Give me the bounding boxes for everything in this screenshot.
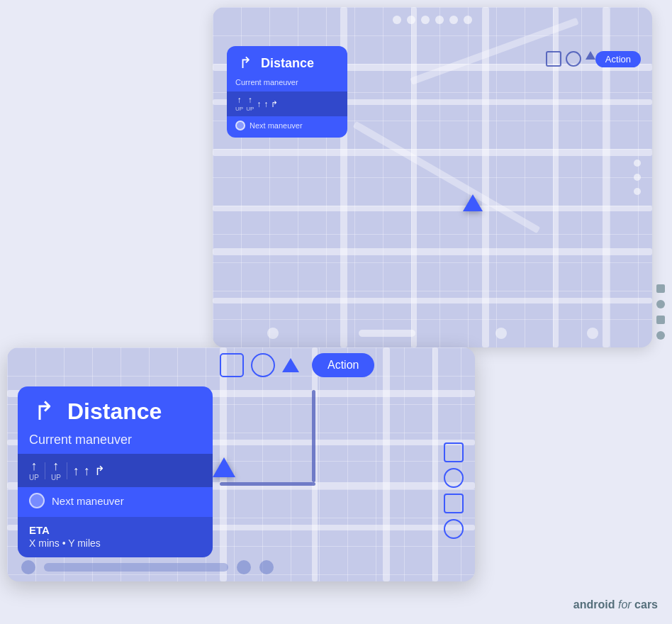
nav-distance: Distance <box>261 56 314 71</box>
next-maneuver-text: Next maneuver <box>52 495 124 507</box>
top-dot <box>449 16 458 24</box>
icon-button-row <box>220 353 299 377</box>
nav-maneuver: Current maneuver <box>227 77 347 91</box>
road <box>213 248 652 255</box>
square-icon-button[interactable] <box>220 353 244 377</box>
right-dot <box>634 174 641 181</box>
lane-group: ↑ <box>264 100 268 108</box>
lane-group: ↑ UP <box>246 96 254 112</box>
nav-lanes: ↑ UP ↑ UP ↑ ↑ ↱ <box>18 454 213 487</box>
top-dot <box>421 16 430 24</box>
triangle-icon-button[interactable] <box>586 51 595 60</box>
bottom-dot <box>237 560 251 574</box>
circle-icon-button[interactable] <box>566 51 581 67</box>
bottom-dot <box>587 328 598 339</box>
nav-arrow <box>463 194 483 211</box>
next-dot <box>29 493 45 508</box>
bottom-dot <box>259 560 274 574</box>
far-right-square <box>656 316 665 324</box>
nav-eta: ETA X mins • Y miles <box>18 517 213 557</box>
icon-button-row <box>546 51 595 67</box>
far-right-dot <box>656 331 665 340</box>
top-dot <box>407 16 415 24</box>
lane-group: ↑ <box>257 100 261 108</box>
bottom-dot <box>495 328 507 339</box>
circle-icon-button[interactable] <box>251 353 275 377</box>
nav-maneuver: Current maneuver <box>18 432 213 454</box>
lane-group: ↱ <box>271 100 278 108</box>
nav-marker <box>213 457 235 477</box>
far-right-square <box>656 284 665 293</box>
far-right-dot <box>656 300 665 308</box>
top-dot <box>464 16 472 24</box>
nav-next: Next maneuver <box>227 116 347 138</box>
lane-group: ↑ <box>73 464 79 477</box>
road <box>213 206 652 211</box>
turn-icon: ↱ <box>29 396 59 426</box>
right-decoration <box>634 160 641 195</box>
lane-divider <box>45 462 45 479</box>
right-icon-buttons <box>444 442 464 539</box>
bottom-dot <box>21 560 35 574</box>
brand-cars: cars <box>634 598 658 611</box>
next-maneuver-text: Next maneuver <box>250 121 303 130</box>
next-dot <box>235 121 245 130</box>
top-dot <box>393 16 401 24</box>
right-circle-button-2[interactable] <box>444 519 464 539</box>
bottom-pill <box>359 330 415 337</box>
top-dot <box>435 16 444 24</box>
right-circle-button[interactable] <box>444 468 464 488</box>
action-button[interactable]: Action <box>595 51 641 67</box>
lane-group: ↑ UP <box>235 96 243 112</box>
nav-panel: ↱ Distance Current maneuver ↑ UP ↑ UP ↑ … <box>18 386 213 557</box>
eta-value: X mins • Y miles <box>29 537 201 549</box>
lane-group: ↑ UP <box>51 459 61 481</box>
triangle-icon-button[interactable] <box>282 358 299 372</box>
bottom-pill <box>44 563 228 572</box>
lane-group: ↑ <box>84 464 90 477</box>
right-square-button-2[interactable] <box>444 494 464 513</box>
action-button[interactable]: Action <box>312 353 374 377</box>
top-decoration <box>393 16 472 24</box>
square-icon-button[interactable] <box>546 51 561 67</box>
nav-lanes: ↑ UP ↑ UP ↑ ↑ ↱ <box>227 91 347 116</box>
small-card: Action ↱ Distance Current maneuver ↑ UP … <box>7 347 475 581</box>
lane-group: ↱ <box>94 464 105 477</box>
nav-distance: Distance <box>67 399 162 425</box>
nav-card-small: ↱ Distance Current maneuver ↑ UP ↑ UP ↑ … <box>227 46 347 138</box>
nav-card-header: ↱ Distance <box>227 46 347 77</box>
right-square-button[interactable] <box>444 442 464 462</box>
lane-divider <box>67 462 67 479</box>
road <box>213 298 652 303</box>
turn-arrow: ↱ <box>33 399 55 424</box>
nav-marker <box>463 194 483 211</box>
nav-next: Next maneuver <box>18 487 213 517</box>
road <box>213 149 652 156</box>
turn-icon: ↱ <box>235 53 255 73</box>
nav-arrow <box>213 457 235 477</box>
road <box>411 7 417 347</box>
bottom-bar <box>213 319 652 347</box>
bottom-dot <box>267 328 279 339</box>
brand-text: android for cars <box>573 598 658 611</box>
far-right-decoration <box>656 284 665 340</box>
eta-label: ETA <box>29 524 201 536</box>
large-card: Action ↱ Distance Current maneuver ↑ UP … <box>213 7 652 347</box>
route-line <box>312 390 315 482</box>
brand-android: android <box>573 598 615 611</box>
right-dot <box>634 188 641 195</box>
right-dot <box>634 160 641 167</box>
lane-group: ↑ UP <box>29 459 39 481</box>
brand-for: for <box>618 598 634 611</box>
nav-panel-header: ↱ Distance <box>18 386 213 432</box>
route-line <box>220 482 315 486</box>
small-card-topbar: Action <box>7 347 475 383</box>
